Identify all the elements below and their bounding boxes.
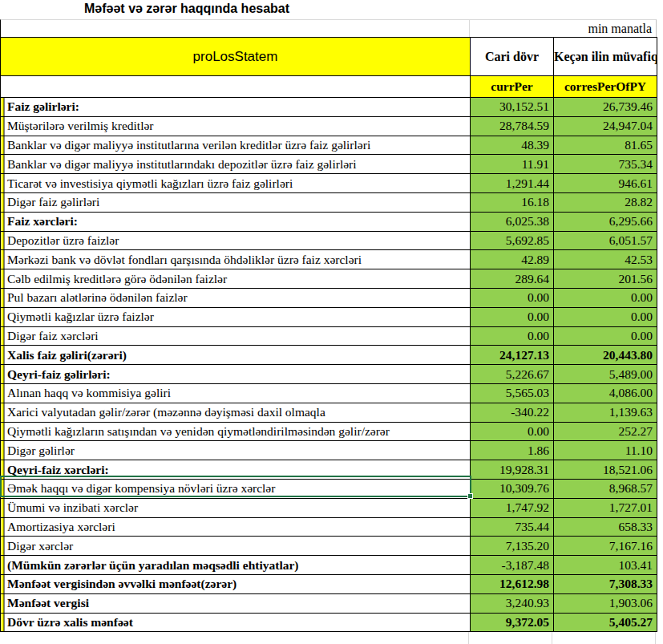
previous-period-value-cell[interactable]: 735.34 (554, 155, 657, 174)
previous-period-value-cell[interactable]: 252.27 (554, 422, 657, 441)
row-label-cell[interactable]: Banklar və digər maliyyə institutlarında… (1, 155, 471, 174)
previous-period-value-cell[interactable]: 20,443.80 (554, 346, 657, 365)
blank-header-cell[interactable] (1, 76, 471, 98)
current-period-value-cell[interactable]: 0.00 (471, 288, 554, 307)
row-label-cell[interactable]: Mərkəzi bank və dövlət fondları qarşısın… (1, 250, 471, 269)
row-label-cell[interactable]: Qeyri-faiz xərcləri: (1, 460, 471, 480)
current-period-value-cell[interactable]: 5,226.67 (471, 365, 554, 384)
current-period-value-cell[interactable]: 1,747.92 (471, 498, 554, 517)
previous-period-value-cell[interactable]: 103.41 (554, 556, 657, 575)
current-period-value-cell[interactable]: 10,309.76 (471, 479, 554, 498)
row-label-cell[interactable]: Faiz xərcləri: (1, 212, 471, 231)
row-label-cell[interactable]: (Mümkün zərərlər üçün yaradılan məqsədli… (1, 556, 471, 575)
current-period-value-cell[interactable]: 42.89 (471, 250, 554, 269)
row-label-cell[interactable]: Müştərilərə verilmiş kreditlər (1, 116, 471, 136)
row-label-cell[interactable]: Mənfəət vergisi (1, 593, 471, 613)
units-spacer-cell[interactable] (1, 20, 470, 37)
previous-period-value-cell[interactable]: 81.65 (554, 136, 657, 155)
table-row: (Mümkün zərərlər üçün yaradılan məqsədli… (1, 556, 657, 575)
previous-period-value-cell[interactable]: 5,405.27 (554, 613, 657, 632)
previous-period-value-cell[interactable]: 201.56 (554, 269, 657, 289)
previous-period-value-cell[interactable]: 0.00 (554, 326, 657, 346)
row-label-cell[interactable]: Alınan haqq və kommisiya gəliri (1, 383, 471, 403)
previous-period-value-cell[interactable]: 0.00 (554, 288, 657, 307)
current-period-value-cell[interactable]: -340.22 (471, 403, 554, 422)
row-label-cell[interactable]: Faiz gəlirləri: (1, 98, 471, 117)
row-label-cell[interactable]: Amortizasiya xərcləri (1, 517, 471, 537)
current-period-value-cell[interactable]: 5,692.85 (471, 231, 554, 250)
previous-period-value-cell[interactable]: 18,521.06 (554, 460, 657, 480)
current-period-value-cell[interactable]: 289.64 (471, 269, 554, 289)
table-row: Faiz gəlirləri: 30,152.51 26,739.46 (1, 98, 657, 117)
row-label-cell[interactable]: Digər faiz gəlirləri (1, 192, 471, 212)
previous-period-value-cell[interactable]: 1,139.63 (554, 403, 657, 422)
previous-period-value-cell[interactable]: 7,308.33 (554, 574, 657, 593)
current-period-value-cell[interactable]: 16.18 (471, 192, 554, 212)
row-label-cell[interactable]: Digər gəlirlər (1, 441, 471, 460)
row-label-cell[interactable]: Qeyri-faiz gəlirləri: (1, 365, 471, 384)
previous-period-value-cell[interactable]: 26,739.46 (554, 98, 657, 117)
current-period-value-cell[interactable]: 3,240.93 (471, 593, 554, 613)
current-period-value-cell[interactable]: 9,372.05 (471, 613, 554, 632)
row-label-cell[interactable]: Digər faiz xərcləri (1, 326, 471, 346)
current-period-value-cell[interactable]: 48.39 (471, 136, 554, 155)
previous-period-value-cell[interactable]: 28.82 (554, 192, 657, 212)
current-period-value-cell[interactable]: 0.00 (471, 307, 554, 326)
current-period-value-cell[interactable]: 735.44 (471, 517, 554, 537)
current-period-value-cell[interactable]: 19,928.31 (471, 460, 554, 480)
row-label-cell[interactable]: Ümumi və inzibati xərclər (1, 498, 471, 517)
previous-period-value-cell[interactable]: 11.10 (554, 441, 657, 460)
previous-period-value-cell[interactable]: 4,086.00 (554, 383, 657, 403)
row-label-cell[interactable]: Cəlb edilmiş kreditlərə görə ödənilən fa… (1, 269, 471, 289)
previous-period-value-cell[interactable]: 42.53 (554, 250, 657, 269)
row-label-cell[interactable]: Xalis faiz gəliri(zərəri) (1, 346, 471, 365)
row-label-cell[interactable]: Ticarət və investisiya qiymətli kağızlar… (1, 174, 471, 193)
current-period-value-cell[interactable]: 7,135.20 (471, 537, 554, 556)
statement-name-cell[interactable]: proLosStatem (1, 38, 471, 76)
previous-period-value-cell[interactable]: 8,968.57 (554, 479, 657, 498)
row-label-cell[interactable]: Pul bazarı alətlərinə ödənilən faizlər (1, 288, 471, 307)
row-label-cell[interactable]: Mənfəət vergisindən əvvəlki mənfəət(zərə… (1, 574, 471, 593)
code-header-previous[interactable]: corresPerOfPY (554, 76, 657, 98)
row-label-cell[interactable]: Qiymətli kağızların satışından və yenidə… (1, 422, 471, 441)
row-label-cell[interactable]: Xarici valyutadan gəlir/zərər (məzənnə d… (1, 403, 471, 422)
current-period-value-cell[interactable]: 24,127.13 (471, 346, 554, 365)
current-period-value-cell[interactable]: 0.00 (471, 422, 554, 441)
current-period-value-cell[interactable]: 12,612.98 (471, 574, 554, 593)
current-period-value-cell[interactable]: 6,025.38 (471, 212, 554, 231)
fill-handle[interactable] (467, 493, 473, 499)
current-period-value-cell[interactable]: 30,152.51 (471, 98, 554, 117)
row-label-cell[interactable]: Əmək haqqı və digər kompensiya növləri ü… (1, 479, 471, 498)
current-period-value-cell[interactable]: 1,291.44 (471, 174, 554, 193)
row-label-cell[interactable]: Dövr üzrə xalis mənfəət (1, 613, 471, 632)
profit-loss-table: proLosStatem Cari dövr Keçən ilin müvafi… (0, 37, 657, 632)
previous-period-value-cell[interactable]: 1,903.06 (554, 593, 657, 613)
previous-period-value-cell[interactable]: 6,051.57 (554, 231, 657, 250)
column-header-current-period[interactable]: Cari dövr (471, 38, 554, 76)
code-header-current[interactable]: currPer (471, 76, 554, 98)
table-row: Mənfəət vergisindən əvvəlki mənfəət(zərə… (1, 574, 657, 593)
previous-period-value-cell[interactable]: 658.33 (554, 517, 657, 537)
current-period-value-cell[interactable]: 0.00 (471, 326, 554, 346)
previous-period-value-cell[interactable]: 24,947.04 (554, 116, 657, 136)
table-row: Qeyri-faiz gəlirləri: 5,226.67 5,489.00 (1, 365, 657, 384)
previous-period-value-cell[interactable]: 6,295.66 (554, 212, 657, 231)
previous-period-value-cell[interactable]: 7,167.16 (554, 537, 657, 556)
row-label-cell[interactable]: Depozitlər üzrə faizlər (1, 231, 471, 250)
row-label-cell[interactable]: Digər xərclər (1, 537, 471, 556)
row-label-cell[interactable]: Banklar və digər maliyyə institutlarına … (1, 136, 471, 155)
current-period-value-cell[interactable]: 11.91 (471, 155, 554, 174)
previous-period-value-cell[interactable]: 1,727.01 (554, 498, 657, 517)
previous-period-value-cell[interactable]: 946.61 (554, 174, 657, 193)
current-period-value-cell[interactable]: 1.86 (471, 441, 554, 460)
column-header-previous-period[interactable]: Keçən ilin müvafiq dövrü (554, 38, 657, 76)
table-row: Mənfəət vergisi 3,240.93 1,903.06 (1, 593, 657, 613)
previous-period-value-cell[interactable]: 5,489.00 (554, 365, 657, 384)
current-period-value-cell[interactable]: -3,187.48 (471, 556, 554, 575)
current-period-value-cell[interactable]: 28,784.59 (471, 116, 554, 136)
current-period-value-cell[interactable]: 5,565.03 (471, 383, 554, 403)
row-label-cell[interactable]: Qiymətli kağızlar üzrə faizlər (1, 307, 471, 326)
table-row: Ticarət və investisiya qiymətli kağızlar… (1, 174, 657, 193)
previous-period-value-cell[interactable]: 0.00 (554, 307, 657, 326)
table-row: Pul bazarı alətlərinə ödənilən faizlər 0… (1, 288, 657, 307)
